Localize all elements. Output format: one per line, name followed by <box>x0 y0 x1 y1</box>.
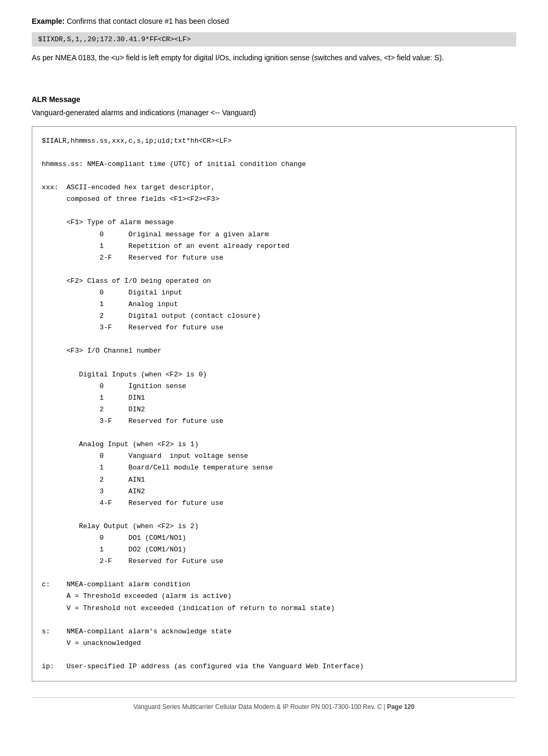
example-line: Example: Confirms that contact closure #… <box>32 16 516 27</box>
spacer2 <box>32 79 516 90</box>
inline-code-block: $IIXDR,S,1,,20;172.30.41.9*FF<CR><LF> <box>32 32 516 47</box>
section-heading: ALR Message <box>32 95 516 104</box>
footer-text: Vanguard Series Multicarrier Cellular Da… <box>133 703 382 711</box>
example-description: Confirms that contact closure #1 has bee… <box>67 17 229 25</box>
main-code-box: $IIALR,hhmmss.ss,xxx,c,s,ip;uid;txt*hh<C… <box>32 126 516 681</box>
paragraph-nmea: As per NMEA 0183, the <u> field is left … <box>32 52 516 63</box>
footer: Vanguard Series Multicarrier Cellular Da… <box>32 697 516 711</box>
example-bold-label: Example: <box>32 17 65 25</box>
section-subheading: Vanguard-generated alarms and indication… <box>32 107 516 118</box>
spacer1 <box>32 69 516 79</box>
footer-page-label: Page 120 <box>387 703 415 711</box>
